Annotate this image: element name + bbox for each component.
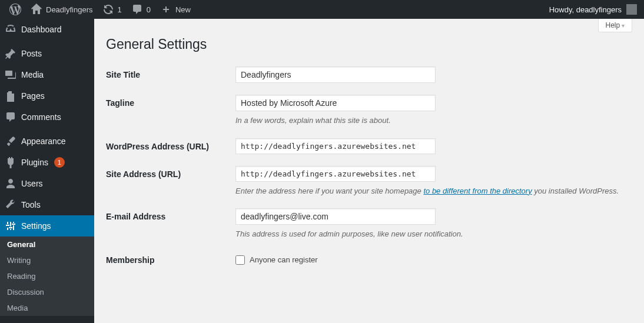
sidebar-item-comments[interactable]: Comments: [0, 106, 94, 128]
desc-email: This address is used for admin purposes,…: [235, 228, 632, 240]
refresh-icon: [102, 4, 114, 15]
new-label: New: [175, 5, 191, 14]
checkbox-label-register: Anyone can register: [250, 255, 318, 264]
comments-link[interactable]: 0: [127, 0, 155, 19]
submenu-media[interactable]: Media: [0, 300, 94, 316]
wp-logo[interactable]: [5, 0, 26, 19]
sidebar-item-tools[interactable]: Tools: [0, 194, 94, 215]
desc-tagline: In a few words, explain what this site i…: [235, 115, 632, 126]
pin-icon: [5, 48, 16, 59]
plugin-icon: [5, 156, 16, 168]
howdy-text[interactable]: Howdy, deadlyfingers: [549, 5, 622, 14]
comments-count: 0: [147, 5, 151, 14]
desc-site-url: Enter the address here if you want your …: [235, 185, 632, 197]
sidebar-item-pages[interactable]: Pages: [0, 85, 94, 106]
comment-icon: [131, 4, 143, 15]
sidebar-item-posts[interactable]: Posts: [0, 43, 94, 64]
label-membership: Membership: [106, 252, 235, 265]
sidebar-item-settings[interactable]: Settings: [0, 215, 94, 237]
submenu-discussion[interactable]: Discussion: [0, 284, 94, 300]
sidebar-item-users[interactable]: Users: [0, 173, 94, 194]
admin-sidebar: Dashboard Posts Media Pages Comments App…: [0, 19, 94, 323]
submenu-writing[interactable]: Writing: [0, 252, 94, 268]
brush-icon: [5, 135, 16, 147]
label-email: E-mail Address: [106, 208, 235, 221]
sidebar-item-media[interactable]: Media: [0, 64, 94, 85]
user-icon: [5, 178, 16, 189]
admin-bar: Deadlyfingers 1 0 New Howdy, deadlyfinge…: [0, 0, 644, 19]
sidebar-item-appearance[interactable]: Appearance: [0, 131, 94, 152]
link-diff-directory[interactable]: to be different from the directory: [423, 187, 532, 195]
wrench-icon: [5, 199, 16, 211]
help-tab[interactable]: Help: [598, 19, 632, 32]
input-wp-url[interactable]: [235, 138, 436, 154]
input-site-url[interactable]: [235, 166, 436, 182]
input-email[interactable]: [235, 208, 436, 225]
site-name: Deadlyfingers: [46, 5, 93, 14]
plus-icon: [160, 4, 172, 15]
submenu-reading[interactable]: Reading: [0, 268, 94, 284]
comment-icon: [5, 111, 16, 123]
avatar[interactable]: [626, 4, 637, 15]
updates-link[interactable]: 1: [98, 0, 127, 19]
settings-submenu: General Writing Reading Discussion Media: [0, 237, 94, 316]
input-site-title[interactable]: [235, 66, 436, 83]
content-area: Help General Settings Site Title Tagline…: [94, 19, 644, 323]
sliders-icon: [5, 220, 16, 232]
checkbox-anyone-register[interactable]: [235, 255, 245, 265]
site-home-link[interactable]: Deadlyfingers: [26, 0, 98, 19]
label-site-url: Site Address (URL): [106, 166, 235, 179]
label-site-title: Site Title: [106, 66, 235, 79]
dashboard-icon: [5, 24, 16, 35]
new-content-link[interactable]: New: [155, 0, 195, 19]
media-icon: [5, 69, 16, 81]
submenu-general[interactable]: General: [0, 237, 94, 252]
plugins-update-badge: 1: [54, 157, 65, 168]
home-icon: [31, 4, 42, 15]
label-tagline: Tagline: [106, 95, 235, 108]
sidebar-item-dashboard[interactable]: Dashboard: [0, 19, 94, 40]
updates-count: 1: [118, 5, 122, 14]
page-title: General Settings: [106, 36, 632, 52]
label-wp-url: WordPress Address (URL): [106, 138, 235, 151]
page-icon: [5, 90, 16, 102]
sidebar-item-plugins[interactable]: Plugins 1: [0, 152, 94, 173]
input-tagline[interactable]: [235, 95, 436, 111]
